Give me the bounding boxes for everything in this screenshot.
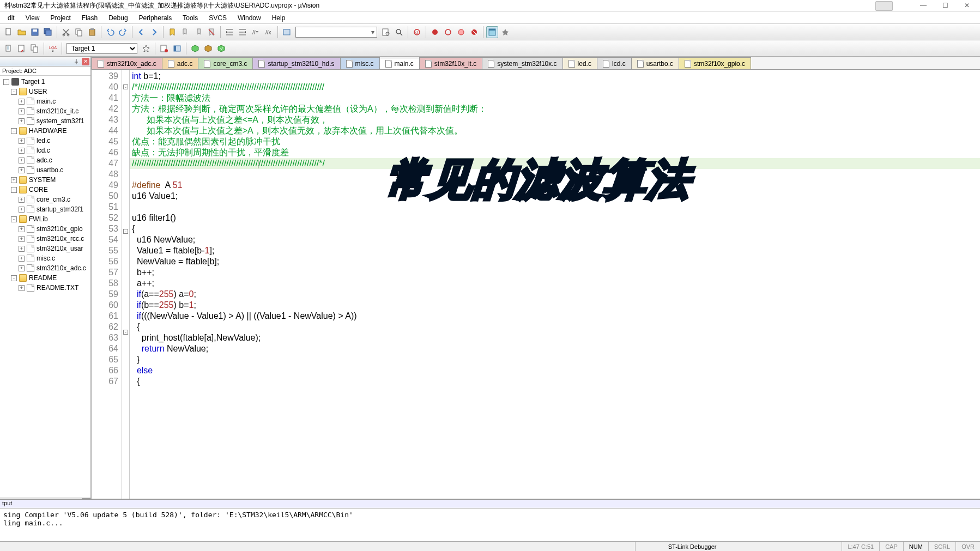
tree-group-HARDWARE[interactable]: -HARDWARE [0, 126, 90, 136]
code-line[interactable]: Value1 = ftable[b-1]; [130, 245, 980, 256]
file-tab[interactable]: adc.c [162, 57, 199, 69]
code-line[interactable]: if(a==255) a=0; [130, 289, 980, 300]
code-line[interactable]: b++; [130, 267, 980, 278]
macro-button[interactable] [281, 26, 293, 38]
nav-back-button[interactable] [135, 26, 147, 38]
code-line[interactable]: u16 NewValue; [130, 234, 980, 245]
uncomment-button[interactable]: //x [263, 26, 275, 38]
tree-group-FWLib[interactable]: -FWLib [0, 214, 90, 224]
tree-file[interactable]: +misc.c [0, 253, 90, 263]
code-line[interactable]: 方法：根据经验判断，确定两次采样允许的最大偏差值（设为A），每次检测到新值时判断… [130, 104, 980, 114]
find-in-files-button[interactable] [393, 26, 405, 38]
maximize-button[interactable]: ☐ [934, 0, 956, 11]
code-line[interactable]: } [130, 354, 980, 365]
file-tab[interactable]: startup_stm32f10_hd.s [252, 57, 340, 69]
find-combo[interactable]: ▾ [295, 27, 377, 38]
code-line[interactable]: { [130, 223, 980, 234]
tree-file[interactable]: +core_cm3.c [0, 195, 90, 204]
project-tree[interactable]: -Target 1-USER+main.c+stm32f10x_it.c+sys… [0, 76, 90, 498]
breakpoint-disable-button[interactable] [455, 26, 467, 38]
file-tab[interactable]: system_stm32f10x.c [482, 57, 562, 69]
breakpoint-kill-button[interactable] [468, 26, 480, 38]
comment-button[interactable]: //= [250, 26, 262, 38]
tree-group-README[interactable]: -README [0, 273, 90, 283]
code-line[interactable]: else [130, 365, 980, 376]
select-packs-button[interactable] [202, 43, 214, 55]
indent-button[interactable] [223, 26, 235, 38]
tree-file[interactable]: +lcd.c [0, 146, 90, 155]
tree-group-USER[interactable]: -USER [0, 87, 90, 96]
configure-button[interactable] [499, 26, 511, 38]
file-tab[interactable]: usartbo.c [631, 57, 679, 69]
tree-target[interactable]: -Target 1 [0, 77, 90, 87]
tree-file[interactable]: +usartbo.c [0, 165, 90, 175]
runtime-env-button[interactable] [215, 43, 227, 55]
rebuild-button[interactable] [29, 43, 41, 55]
file-tab[interactable]: lcd.c [597, 57, 632, 69]
tree-group-CORE[interactable]: -CORE [0, 185, 90, 195]
nav-forward-button[interactable] [148, 26, 160, 38]
new-file-button[interactable] [3, 26, 15, 38]
code-line[interactable]: 方法一：限幅滤波法 [130, 93, 980, 104]
menu-tools[interactable]: Tools [177, 13, 203, 23]
tree-file[interactable]: +README.TXT [0, 283, 90, 293]
code-line[interactable]: 优点：能克服偶然因素引起的脉冲干扰 [130, 136, 980, 147]
breakpoint-insert-button[interactable] [429, 26, 441, 38]
close-pane-button[interactable]: ✕ [82, 58, 89, 65]
bookmark-toggle-button[interactable] [166, 26, 178, 38]
code-line[interactable]: 如果本次值与上次值之差>A，则本次值无效，放弃本次值，用上次值代替本次值。 [130, 125, 980, 136]
menu-svcs[interactable]: SVCS [203, 13, 232, 23]
menu-edit[interactable]: dit [2, 13, 20, 23]
bookmark-clear-button[interactable] [205, 26, 217, 38]
cut-button[interactable] [60, 26, 72, 38]
find-button[interactable] [380, 26, 392, 38]
menu-peripherals[interactable]: Peripherals [134, 13, 178, 23]
file-tab[interactable]: stm32f10x_adc.c [92, 57, 162, 69]
open-file-button[interactable] [16, 26, 28, 38]
pack-installer-button[interactable] [189, 43, 201, 55]
menu-view[interactable]: View [20, 13, 45, 23]
tree-file[interactable]: +stm32f10x_rcc.c [0, 234, 90, 244]
menu-flash[interactable]: Flash [76, 13, 103, 23]
redo-button[interactable] [117, 26, 129, 38]
output-text[interactable]: sing Compiler 'V5.06 update 5 (build 528… [0, 508, 980, 529]
download-button[interactable]: LOAD [47, 43, 59, 55]
build-button[interactable] [16, 43, 28, 55]
close-button[interactable]: ✕ [956, 0, 978, 11]
file-tab[interactable]: led.c [562, 57, 597, 69]
code-line[interactable]: int b=1; [130, 71, 980, 82]
code-line[interactable]: if(((NewValue - Value1) > A) || ((Value1… [130, 311, 980, 322]
tree-file[interactable]: +stm32f10x_it.c [0, 106, 90, 116]
code-line[interactable]: return NewValue; [130, 343, 980, 354]
code-line[interactable]: if(b==255) b=1; [130, 300, 980, 311]
tree-group-SYSTEM[interactable]: +SYSTEM [0, 175, 90, 185]
tree-file[interactable]: +system_stm32f1 [0, 116, 90, 126]
code-line[interactable]: { [130, 322, 980, 332]
save-button[interactable] [29, 26, 41, 38]
code-line[interactable]: a++; [130, 278, 980, 289]
copy-button[interactable] [73, 26, 85, 38]
tree-file[interactable]: +startup_stm32f1 [0, 204, 90, 214]
project-root[interactable]: Project: ADC [0, 66, 90, 76]
menu-window[interactable]: Window [232, 13, 267, 23]
code-line[interactable]: 如果本次值与上次值之差<=A，则本次值有效， [130, 114, 980, 125]
bookmark-next-button[interactable] [192, 26, 204, 38]
bookmark-prev-button[interactable] [179, 26, 191, 38]
code-line[interactable]: print_host(ftable[a],NewValue); [130, 332, 980, 343]
code-content[interactable]: int b=1;/*//////////////////////////////… [130, 70, 980, 510]
tree-file[interactable]: +led.c [0, 136, 90, 146]
file-tab[interactable]: stm32f10x_it.c [419, 57, 482, 69]
menu-help[interactable]: Help [267, 13, 291, 23]
target-options-button[interactable] [140, 43, 152, 55]
file-tab[interactable]: misc.c [340, 57, 380, 69]
undo-button[interactable] [104, 26, 116, 38]
breakpoint-enable-button[interactable] [442, 26, 454, 38]
fold-gutter[interactable]: --- [122, 70, 130, 510]
tree-file[interactable]: +adc.c [0, 155, 90, 165]
code-line[interactable]: { [130, 376, 980, 387]
minimize-button[interactable]: — [912, 0, 934, 11]
debug-start-button[interactable]: d [411, 26, 423, 38]
tree-file[interactable]: +stm32f10x_gpio [0, 224, 90, 234]
menu-project[interactable]: Project [45, 13, 76, 23]
menu-debug[interactable]: Debug [103, 13, 133, 23]
